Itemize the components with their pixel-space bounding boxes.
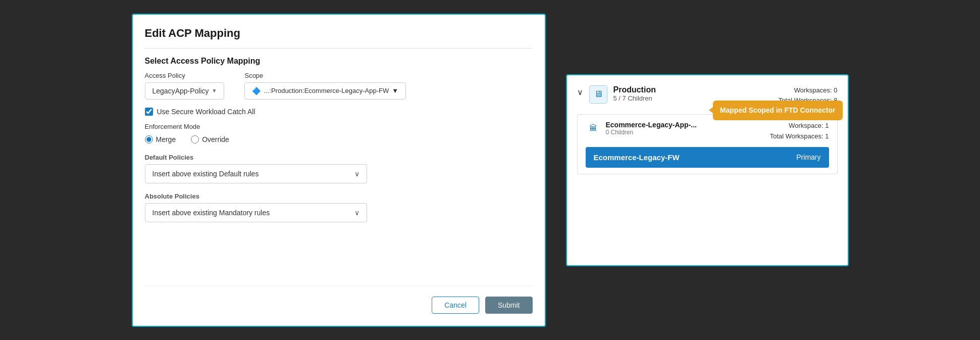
child-total-workspaces: Total Workspaces: 1 xyxy=(770,131,829,142)
production-icon: 🖥 xyxy=(589,85,607,104)
child-workspace-label: Workspace: 1 xyxy=(770,121,829,131)
workspace-badge: Primary xyxy=(796,153,820,161)
merge-label: Merge xyxy=(156,135,176,143)
edit-acp-mapping-panel: Edit ACP Mapping Select Access Policy Ma… xyxy=(132,14,546,327)
scope-col: Scope 🔷 ...:Production:Ecommerce-Legacy-… xyxy=(244,72,406,100)
chevron-down-icon: ∨ xyxy=(354,209,359,217)
catch-all-checkbox[interactable] xyxy=(145,108,153,116)
expand-icon[interactable]: ∨ xyxy=(577,87,583,97)
child-name: Ecommerce-Legacy-App-... xyxy=(606,121,765,129)
catch-all-label: Use Secure Workload Catch All xyxy=(157,108,255,116)
production-info: Production 5 / 7 Children xyxy=(613,85,772,102)
scope-value: ...:Production:Ecommerce-Legacy-App-FW xyxy=(264,87,389,94)
panel-title: Edit ACP Mapping xyxy=(145,27,533,40)
enforcement-label: Enforcement Mode xyxy=(145,123,533,130)
enforcement-radio-row: Merge Override xyxy=(145,135,533,143)
scope-dropdown[interactable]: 🔷 ...:Production:Ecommerce-Legacy-App-FW… xyxy=(244,82,406,100)
access-policy-label: Access Policy xyxy=(145,72,225,79)
absolute-policies-label: Absolute Policies xyxy=(145,192,533,200)
scope-icon: 🔷 xyxy=(252,87,261,95)
child-row: 🏛 Ecommerce-Legacy-App-... 0 Children Wo… xyxy=(586,121,829,142)
absolute-policies-value: Insert above existing Mandatory rules xyxy=(152,209,270,217)
workspace-bar[interactable]: Ecommerce-Legacy-FW Primary xyxy=(586,147,829,168)
child-card: 🏛 Ecommerce-Legacy-App-... 0 Children Wo… xyxy=(577,114,838,174)
scope-label: Scope xyxy=(244,72,406,79)
access-policy-value: LegacyApp-Policy xyxy=(152,87,209,95)
submit-button[interactable]: Submit xyxy=(485,297,533,314)
section-subtitle: Select Access Policy Mapping xyxy=(145,57,533,66)
default-policies-dropdown[interactable]: Insert above existing Default rules ∨ xyxy=(145,164,367,183)
tooltip-text: Mapped Scoped in FTD Connector xyxy=(720,106,836,114)
workspace-name: Ecommerce-Legacy-FW xyxy=(594,153,680,162)
merge-option[interactable]: Merge xyxy=(145,135,176,143)
policy-scope-row: Access Policy LegacyApp-Policy ▼ Scope 🔷… xyxy=(145,72,533,100)
production-name: Production xyxy=(613,85,772,94)
divider xyxy=(145,48,533,48)
absolute-policies-dropdown[interactable]: Insert above existing Mandatory rules ∨ xyxy=(145,203,367,222)
default-policies-label: Default Policies xyxy=(145,154,533,161)
catch-all-row: Use Secure Workload Catch All xyxy=(145,108,533,116)
right-panel: ∨ 🖥 Production 5 / 7 Children Workspaces… xyxy=(566,74,849,266)
child-icon: 🏛 xyxy=(586,121,601,136)
footer-row: Cancel Submit xyxy=(145,286,533,314)
override-radio[interactable] xyxy=(191,135,199,143)
override-option[interactable]: Override xyxy=(191,135,229,143)
workspaces-count: Workspaces: 0 xyxy=(779,85,838,96)
chevron-down-icon: ∨ xyxy=(354,170,359,178)
access-policy-dropdown[interactable]: LegacyApp-Policy ▼ xyxy=(145,82,225,100)
chevron-down-icon: ▼ xyxy=(392,87,398,94)
production-stats: Workspaces: 0 Total Workspaces: 8 Mapped… xyxy=(779,85,838,107)
production-row: ∨ 🖥 Production 5 / 7 Children Workspaces… xyxy=(577,85,838,107)
child-info: Ecommerce-Legacy-App-... 0 Children xyxy=(606,121,765,136)
tooltip-bubble: Mapped Scoped in FTD Connector xyxy=(713,101,843,121)
access-policy-col: Access Policy LegacyApp-Policy ▼ xyxy=(145,72,225,100)
override-label: Override xyxy=(202,135,229,143)
merge-radio[interactable] xyxy=(145,135,153,143)
chevron-down-icon: ▼ xyxy=(212,88,217,93)
child-children: 0 Children xyxy=(606,129,765,136)
child-stats: Workspace: 1 Total Workspaces: 1 xyxy=(770,121,829,142)
cancel-button[interactable]: Cancel xyxy=(432,297,479,314)
default-policies-value: Insert above existing Default rules xyxy=(152,170,259,178)
